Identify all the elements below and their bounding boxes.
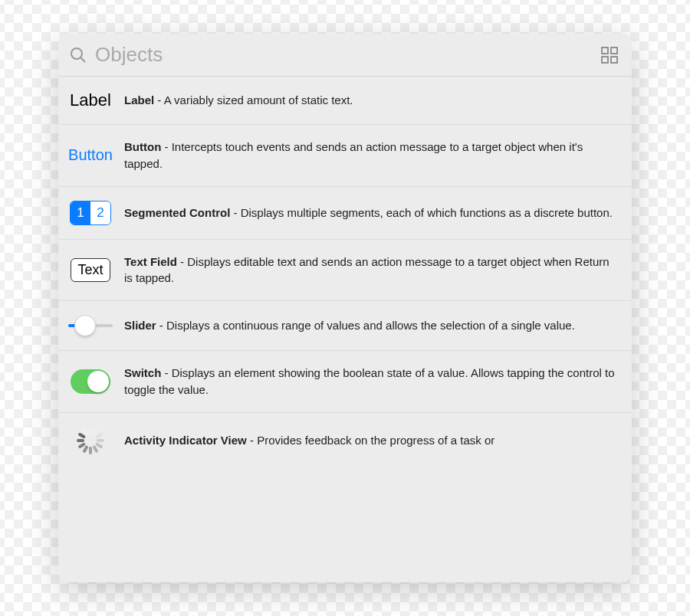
list-item[interactable]: Switch - Displays an element showing the…	[58, 351, 632, 413]
svg-line-1	[80, 57, 85, 62]
button-thumb: Button	[66, 146, 115, 164]
search-icon	[69, 46, 87, 64]
activity-indicator-icon	[77, 427, 104, 454]
svg-rect-5	[611, 57, 617, 63]
textfield-thumb: Text	[66, 258, 115, 282]
item-description: Segmented Control - Displays multiple se…	[124, 205, 619, 221]
spinner-thumb	[66, 427, 115, 454]
item-description: Activity Indicator View - Provides feedb…	[124, 432, 619, 449]
list-item[interactable]: Label Label - A variably sized amount of…	[58, 77, 632, 125]
textfield-icon: Text	[71, 258, 110, 282]
label-thumb: Label	[66, 90, 115, 110]
object-library-panel: Label Label - A variably sized amount of…	[58, 34, 632, 582]
list-item[interactable]: Button Button - Intercepts touch events …	[58, 125, 632, 187]
objects-list: Label Label - A variably sized amount of…	[58, 77, 632, 582]
label-icon: Label	[70, 90, 111, 110]
list-item[interactable]: Slider - Displays a continuous range of …	[58, 301, 632, 351]
header	[58, 34, 632, 77]
slider-thumb	[66, 315, 115, 336]
svg-rect-3	[611, 48, 617, 54]
search-input[interactable]	[95, 43, 593, 67]
switch-icon	[71, 369, 110, 394]
item-description: Text Field - Displays editable text and …	[124, 254, 619, 287]
item-description: Label - A variably sized amount of stati…	[124, 92, 619, 109]
list-item[interactable]: Text Text Field - Displays editable text…	[58, 240, 632, 302]
svg-rect-2	[602, 48, 608, 54]
item-description: Slider - Displays a continuous range of …	[124, 317, 619, 334]
button-icon: Button	[68, 146, 113, 164]
slider-icon	[68, 315, 113, 336]
segmented-thumb: 1 2	[66, 201, 115, 225]
list-item[interactable]: 1 2 Segmented Control - Displays multipl…	[58, 187, 632, 240]
list-item[interactable]: Activity Indicator View - Provides feedb…	[58, 413, 632, 454]
svg-point-0	[71, 48, 82, 59]
switch-thumb	[66, 369, 115, 394]
grid-view-icon[interactable]	[601, 47, 618, 64]
segmented-control-icon: 1 2	[70, 201, 111, 225]
item-description: Switch - Displays an element showing the…	[124, 365, 619, 398]
svg-rect-4	[602, 57, 608, 63]
item-description: Button - Intercepts touch events and sen…	[124, 139, 619, 172]
